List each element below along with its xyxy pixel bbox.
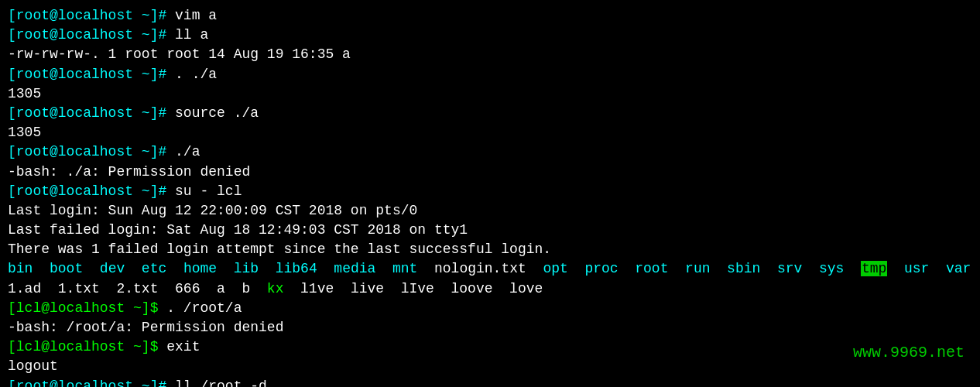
line-20: [root@localhost ~]# ll /root -d [8, 377, 972, 387]
line-18: [lcl@localhost ~]$ exit [8, 337, 972, 357]
line-14: bin boot dev etc home lib lib64 media mn… [8, 259, 972, 279]
line-5: 1305 [8, 84, 972, 104]
prompt-20: [root@localhost ~]# [8, 378, 166, 387]
line-10: [root@localhost ~]# su - lcl [8, 182, 972, 201]
prompt-18: [lcl@localhost ~]$ [8, 339, 158, 354]
watermark: www.9969.net [853, 342, 965, 364]
prompt-1: [root@localhost ~]# [8, 8, 166, 23]
line-9: -bash: ./a: Permission denied [8, 163, 972, 182]
prompt-6: [root@localhost ~]# [8, 105, 166, 121]
line-2: [root@localhost ~]# ll a [8, 26, 972, 45]
line-16: [lcl@localhost ~]$ . /root/a [8, 299, 972, 318]
line-4: [root@localhost ~]# . ./a [8, 65, 972, 84]
line-7: 1305 [8, 123, 972, 142]
line-19: logout [8, 357, 972, 376]
line-12: Last failed login: Sat Aug 18 12:49:03 C… [8, 221, 972, 240]
prompt-8: [root@localhost ~]# [8, 144, 166, 159]
line-17: -bash: /root/a: Permission denied [8, 318, 972, 337]
prompt-16: [lcl@localhost ~]$ [8, 300, 158, 316]
line-1: [root@localhost ~]# vim a [8, 6, 972, 26]
line-8: [root@localhost ~]# ./a [8, 142, 972, 162]
line-15: 1.ad 1.txt 2.txt 666 a b kx l1ve live lI… [8, 279, 972, 299]
line-6: [root@localhost ~]# source ./a [8, 104, 972, 123]
line-3: -rw-rw-rw-. 1 root root 14 Aug 19 16:35 … [8, 45, 972, 64]
line-11: Last login: Sun Aug 12 22:00:09 CST 2018… [8, 201, 972, 221]
prompt-4: [root@localhost ~]# [8, 67, 166, 82]
line-13: There was 1 failed login attempt since t… [8, 240, 972, 259]
prompt-2: [root@localhost ~]# [8, 27, 166, 43]
terminal: [root@localhost ~]# vim a [root@localhos… [0, 0, 980, 387]
prompt-10: [root@localhost ~]# [8, 183, 166, 199]
